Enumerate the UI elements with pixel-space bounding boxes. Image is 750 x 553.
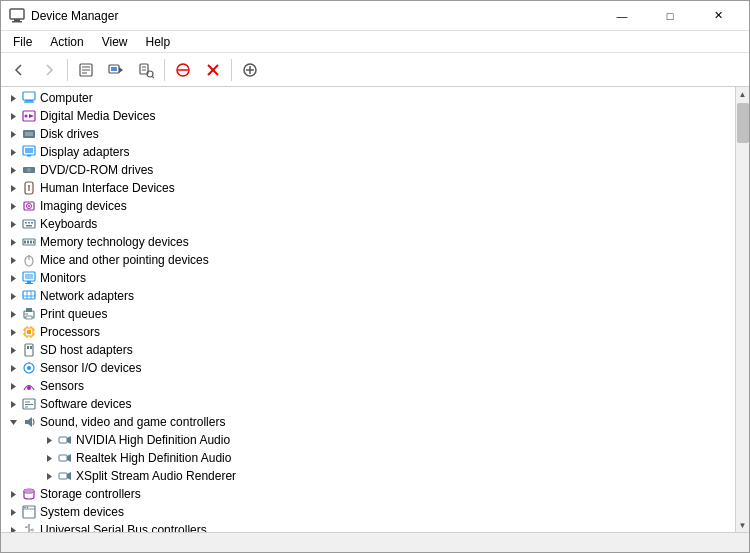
- svg-rect-79: [25, 314, 28, 315]
- tree-item-network[interactable]: Network adapters: [1, 287, 735, 305]
- expander-disk-drives[interactable]: [5, 126, 21, 142]
- expander-dvd[interactable]: [5, 162, 21, 178]
- svg-point-119: [24, 489, 34, 493]
- svg-marker-49: [11, 221, 16, 228]
- tree-item-mice[interactable]: Mice and other pointing devices: [1, 251, 735, 269]
- tree-item-software[interactable]: Software devices: [1, 395, 735, 413]
- tree-item-disk-drives[interactable]: Disk drives: [1, 125, 735, 143]
- menu-file[interactable]: File: [5, 33, 40, 51]
- svg-marker-55: [11, 239, 16, 246]
- expander-realtek[interactable]: [41, 450, 57, 466]
- svg-marker-26: [11, 113, 16, 120]
- tree-item-system-devices[interactable]: System devices: [1, 503, 735, 521]
- expander-memory[interactable]: [5, 234, 21, 250]
- scroll-down-button[interactable]: ▼: [736, 518, 750, 532]
- svg-marker-101: [11, 401, 16, 408]
- expander-digital-media[interactable]: [5, 108, 21, 124]
- toolbar-uninstall[interactable]: [199, 57, 227, 83]
- toolbar-properties[interactable]: [72, 57, 100, 83]
- expander-storage[interactable]: [5, 486, 21, 502]
- tree-item-dvd[interactable]: DVD/CD-ROM drives: [1, 161, 735, 179]
- menu-action[interactable]: Action: [42, 33, 91, 51]
- toolbar-separator-3: [231, 59, 232, 81]
- tree-item-realtek[interactable]: Realtek High Definition Audio: [1, 449, 735, 467]
- expander-processors[interactable]: [5, 324, 21, 340]
- tree-item-nvidia[interactable]: NVIDIA High Definition Audio: [1, 431, 735, 449]
- tree-item-computer[interactable]: Computer: [1, 89, 735, 107]
- expander-nvidia[interactable]: [41, 432, 57, 448]
- toolbar-add-hardware[interactable]: [236, 57, 264, 83]
- tree-item-sd[interactable]: SD host adapters: [1, 341, 735, 359]
- scroll-up-button[interactable]: ▲: [736, 87, 750, 101]
- minimize-button[interactable]: —: [599, 4, 645, 28]
- close-button[interactable]: ✕: [695, 4, 741, 28]
- disable-icon: [175, 62, 191, 78]
- expander-imaging[interactable]: [5, 198, 21, 214]
- expander-sensors[interactable]: [5, 378, 21, 394]
- svg-marker-114: [47, 473, 52, 480]
- tree-item-memory[interactable]: Memory technology devices: [1, 233, 735, 251]
- uninstall-icon: [205, 62, 221, 78]
- expander-software[interactable]: [5, 396, 21, 412]
- tree-item-monitors[interactable]: Monitors: [1, 269, 735, 287]
- expander-usb[interactable]: [5, 522, 21, 532]
- expander-xsplit[interactable]: [41, 468, 57, 484]
- tree-item-hid[interactable]: Human Interface Devices: [1, 179, 735, 197]
- dvd-icon: [21, 162, 37, 178]
- tree-item-sensor-io[interactable]: Sensor I/O devices: [1, 359, 735, 377]
- sd-icon: [21, 342, 37, 358]
- svg-point-130: [32, 529, 34, 531]
- expander-computer[interactable]: [5, 90, 21, 106]
- menu-view[interactable]: View: [94, 33, 136, 51]
- menu-help[interactable]: Help: [138, 33, 179, 51]
- scroll-thumb[interactable]: [737, 103, 749, 143]
- expander-print[interactable]: [5, 306, 21, 322]
- svg-marker-80: [11, 329, 16, 336]
- expander-sd[interactable]: [5, 342, 21, 358]
- svg-rect-109: [59, 437, 67, 443]
- item-label-processors: Processors: [40, 325, 100, 339]
- tree-item-xsplit[interactable]: XSplit Stream Audio Renderer: [1, 467, 735, 485]
- svg-rect-2: [12, 21, 22, 23]
- expander-hid[interactable]: [5, 180, 21, 196]
- expander-network[interactable]: [5, 288, 21, 304]
- item-label-hid: Human Interface Devices: [40, 181, 175, 195]
- device-manager-window: Device Manager — □ ✕ File Action View He…: [0, 0, 750, 553]
- tree-item-keyboards[interactable]: Keyboards: [1, 215, 735, 233]
- tree-item-sound[interactable]: Sound, video and game controllers: [1, 413, 735, 431]
- toolbar-update-driver[interactable]: [102, 57, 130, 83]
- svg-marker-30: [11, 131, 16, 138]
- expander-display[interactable]: [5, 144, 21, 160]
- toolbar-disable[interactable]: [169, 57, 197, 83]
- tree-item-print[interactable]: Print queues: [1, 305, 735, 323]
- imaging-icon: [21, 198, 37, 214]
- expander-mice[interactable]: [5, 252, 21, 268]
- expander-keyboards[interactable]: [5, 216, 21, 232]
- device-tree[interactable]: ComputerDigital Media DevicesDisk drives…: [1, 87, 735, 532]
- tree-item-processors[interactable]: Processors: [1, 323, 735, 341]
- sensor-icon: [21, 360, 37, 376]
- expander-sensor-io[interactable]: [5, 360, 21, 376]
- tree-item-imaging[interactable]: Imaging devices: [1, 197, 735, 215]
- scrollbar-vertical[interactable]: ▲ ▼: [735, 87, 749, 532]
- toolbar-scan[interactable]: [132, 57, 160, 83]
- tree-item-digital-media[interactable]: Digital Media Devices: [1, 107, 735, 125]
- toolbar-forward[interactable]: [35, 57, 63, 83]
- hid-icon: [21, 180, 37, 196]
- tree-item-usb[interactable]: Universal Serial Bus controllers: [1, 521, 735, 532]
- item-label-xsplit: XSplit Stream Audio Renderer: [76, 469, 236, 483]
- toolbar-back[interactable]: [5, 57, 33, 83]
- app-icon: [9, 8, 25, 24]
- expander-sound[interactable]: [5, 414, 21, 430]
- properties-icon: [78, 62, 94, 78]
- tree-item-sensors[interactable]: Sensors: [1, 377, 735, 395]
- expander-system-devices[interactable]: [5, 504, 21, 520]
- maximize-button[interactable]: □: [647, 4, 693, 28]
- svg-rect-24: [25, 100, 33, 102]
- svg-marker-61: [11, 257, 16, 264]
- tree-item-display[interactable]: Display adapters: [1, 143, 735, 161]
- item-label-imaging: Imaging devices: [40, 199, 127, 213]
- tree-item-storage[interactable]: Storage controllers: [1, 485, 735, 503]
- status-bar: [1, 532, 749, 552]
- expander-monitors[interactable]: [5, 270, 21, 286]
